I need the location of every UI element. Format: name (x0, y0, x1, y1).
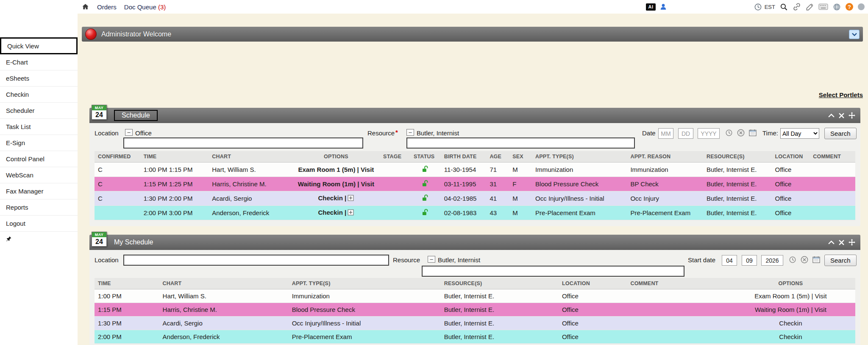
cell-chart[interactable]: Hart, William S. (159, 289, 289, 303)
calendar-date-icon: MAY 24 (92, 232, 107, 247)
appointment-row[interactable]: C 1:30 PM 2:00 PM Acardi, Sergio Checkin… (95, 191, 855, 206)
col-chart: CHART (209, 151, 292, 163)
cell-appt-types: Immunization (532, 163, 627, 177)
cell-options-link[interactable]: Checkin (779, 320, 802, 327)
globe-icon[interactable] (833, 3, 841, 11)
sidebar-item-reports[interactable]: Reports (0, 199, 78, 216)
close-icon[interactable] (839, 113, 844, 118)
cell-chart[interactable]: Harris, Christine M. (159, 303, 289, 317)
location-input[interactable] (123, 137, 363, 149)
move-icon[interactable] (849, 239, 855, 246)
cell-location: Office (559, 330, 627, 344)
sidebar-item-checkin[interactable]: Checkin (0, 87, 78, 103)
my-schedule-search-button[interactable]: Search (824, 255, 857, 266)
welcome-collapse-button[interactable] (849, 30, 860, 39)
expand-plus-icon[interactable] (348, 195, 354, 202)
unlock-icon[interactable] (422, 195, 429, 202)
user-icon[interactable] (659, 3, 667, 11)
home-icon[interactable] (81, 3, 89, 11)
resource-collapse-toggle[interactable]: – (428, 256, 435, 263)
appointment-row[interactable]: 1:30 PM Acardi, Sergio Occ Injury/Illnes… (95, 317, 855, 330)
location-collapse-toggle[interactable]: – (125, 129, 133, 136)
col-sex: SEX (509, 151, 532, 163)
sidebar-item-label: Scheduler (6, 107, 35, 114)
sidebar-item-e-chart[interactable]: E-Chart (0, 54, 78, 70)
cell-chart[interactable]: Anderson, Frederick (209, 206, 292, 220)
sidebar-item-logout[interactable]: Logout (0, 216, 78, 232)
calendar-picker-icon[interactable] (812, 256, 820, 263)
cell-options-link[interactable]: Exam Room 1 (5m) | Visit (754, 292, 826, 300)
appointment-row[interactable]: C 1:00 PM 1:15 PM Hart, William S. Exam … (95, 163, 855, 177)
sidebar-item-esheets[interactable]: eSheets (0, 70, 78, 87)
location-input[interactable] (123, 255, 389, 266)
date-mm-input[interactable] (658, 128, 673, 139)
schedule-search-button[interactable]: Search (824, 128, 857, 139)
select-portlets-link[interactable]: Select Portlets (819, 91, 863, 98)
time-picker-icon[interactable] (725, 129, 733, 137)
sidebar-item-scheduler[interactable]: Scheduler (0, 103, 78, 119)
link-icon[interactable] (793, 3, 801, 11)
cell-options-link[interactable]: Checkin | (318, 194, 347, 202)
unlock-icon[interactable] (422, 181, 429, 188)
appointment-row[interactable]: 1:00 PM Hart, William S. Immunization Bu… (95, 289, 855, 303)
time-select[interactable]: All Day (780, 128, 819, 139)
cell-chart[interactable]: Acardi, Sergio (209, 191, 292, 206)
collapse-icon[interactable] (828, 240, 835, 244)
cell-comment (627, 303, 726, 317)
resource-input[interactable] (406, 137, 635, 149)
cell-chart[interactable]: Hart, William S. (209, 163, 292, 177)
expand-plus-icon[interactable] (348, 210, 354, 217)
move-icon[interactable] (849, 112, 855, 119)
clock-icon[interactable] (754, 3, 762, 11)
keyboard-icon[interactable] (818, 3, 828, 10)
cell-chart[interactable]: Acardi, Sergio (159, 317, 289, 330)
start-yyyy-input[interactable] (761, 255, 783, 266)
appointment-row[interactable]: 2:00 PM Anderson, Frederick Pre-Placemen… (95, 330, 855, 344)
nav-orders[interactable]: Orders (97, 3, 117, 11)
cell-options-link[interactable]: Waiting Room (1m) | Visit (755, 306, 826, 313)
help-icon[interactable]: ? (846, 3, 853, 11)
pencil-icon[interactable] (806, 3, 814, 11)
ai-badge[interactable]: AI (646, 3, 656, 11)
col-confirmed: CONFIRMED (95, 151, 140, 163)
cell-options-link[interactable]: Waiting Room (1m) | Visit (298, 180, 374, 188)
main-content: Administrator Welcome Select Portlets MA… (78, 14, 868, 345)
clear-date-icon[interactable] (801, 256, 808, 264)
appointment-row[interactable]: 2:00 PM 3:00 PM Anderson, Frederick Chec… (95, 206, 855, 220)
clear-date-icon[interactable] (737, 129, 745, 137)
sidebar-item-e-sign[interactable]: E-Sign (0, 135, 78, 151)
unlock-icon[interactable] (422, 210, 429, 217)
sidebar-item-webscan[interactable]: WebScan (0, 167, 78, 183)
time-picker-icon[interactable] (789, 256, 796, 264)
cell-options-link[interactable]: Exam Room 1 (5m) | Visit (298, 166, 374, 173)
date-yyyy-input[interactable] (698, 128, 720, 139)
col-resources: RESOURCE(S) (441, 278, 559, 289)
cell-chart[interactable]: Harris, Christine M. (209, 177, 292, 191)
cell-chart[interactable]: Anderson, Frederick (159, 330, 289, 344)
start-dd-input[interactable] (742, 255, 757, 266)
close-icon[interactable] (839, 240, 844, 245)
unlock-icon[interactable] (422, 166, 429, 174)
cell-appt-reason: Occ Injury (627, 191, 703, 206)
sidebar-pin-button[interactable] (0, 232, 78, 248)
cell-birth-date: 11-30-1954 (441, 163, 487, 177)
search-icon[interactable] (780, 3, 788, 11)
sidebar-item-task-list[interactable]: Task List (0, 119, 78, 135)
date-dd-input[interactable] (678, 128, 693, 139)
cell-options-link[interactable]: Checkin (779, 333, 802, 340)
application-window: Orders Doc Queue (3) AI EST (0, 0, 868, 345)
cell-options-link[interactable]: Checkin | (318, 209, 347, 216)
collapse-icon[interactable] (828, 113, 835, 118)
timezone-label: EST (765, 4, 775, 10)
sidebar-item-quick-view[interactable]: Quick View (0, 37, 78, 54)
resource-input[interactable] (422, 266, 684, 277)
sidebar-item-control-panel[interactable]: Control Panel (0, 151, 78, 167)
start-mm-input[interactable] (722, 255, 737, 266)
calendar-picker-icon[interactable] (749, 129, 757, 136)
sidebar-item-fax-manager[interactable]: Fax Manager (0, 183, 78, 199)
appointment-row[interactable]: C 1:15 PM 1:25 PM Harris, Christine M. W… (95, 177, 855, 191)
cell-age: 31 (486, 177, 509, 191)
appointment-row[interactable]: 1:15 PM Harris, Christine M. Blood Press… (95, 303, 855, 317)
nav-doc-queue[interactable]: Doc Queue (3) (124, 3, 166, 11)
resource-collapse-toggle[interactable]: – (406, 129, 414, 136)
